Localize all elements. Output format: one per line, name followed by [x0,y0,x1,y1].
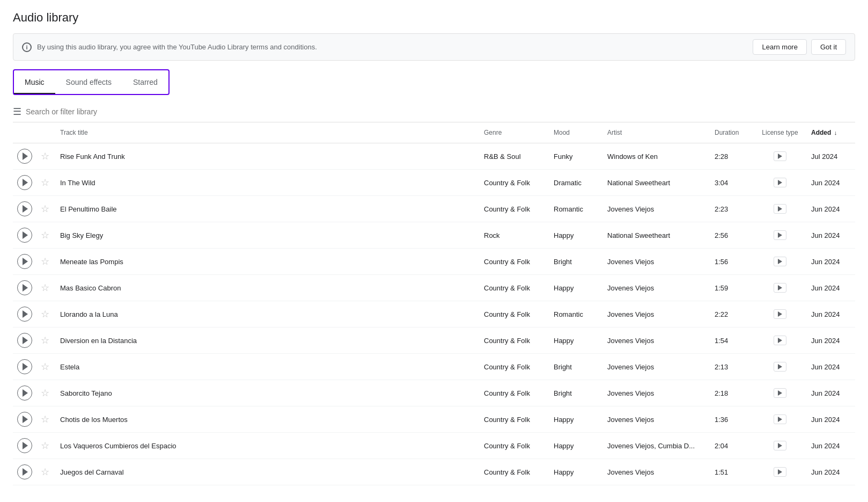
play-button[interactable] [17,412,32,427]
youtube-icon[interactable] [774,441,786,450]
track-duration: 2:22 [710,301,753,328]
youtube-icon[interactable] [774,204,786,214]
star-cell: ☆ [36,459,56,485]
youtube-icon[interactable] [774,257,786,266]
track-title: Juegos del Carnaval [56,459,480,485]
youtube-icon[interactable] [774,230,786,240]
table-row: ☆ Los Vaqueros Cumbieros del Espacio Cou… [13,433,855,459]
track-added: Jul 2024 [807,143,855,170]
track-artist: National Sweetheart [603,222,710,249]
col-header-genre: Genre [480,122,549,143]
play-button[interactable] [17,359,32,374]
play-button[interactable] [17,333,32,348]
star-button[interactable]: ☆ [41,308,49,320]
play-button[interactable] [17,385,32,401]
notice-actions: Learn more Got it [753,39,846,55]
star-button[interactable]: ☆ [41,150,49,162]
track-added: Jun 2024 [807,196,855,222]
track-license [753,275,807,301]
youtube-icon[interactable] [774,336,786,345]
star-button[interactable]: ☆ [41,413,49,425]
filter-icon[interactable]: ☰ [13,106,21,118]
track-table: Track title Genre Mood Artist Duration L… [13,122,855,485]
track-genre: Country & Folk [480,406,549,433]
tab-sound-effects[interactable]: Sound effects [55,70,122,94]
track-mood: Happy [549,275,603,301]
star-button[interactable]: ☆ [41,229,49,241]
track-license [753,328,807,354]
star-cell: ☆ [36,275,56,301]
yt-play-icon [778,417,782,422]
track-duration: 2:18 [710,380,753,406]
track-mood: Romantic [549,196,603,222]
yt-play-icon [778,311,782,317]
track-added: Jun 2024 [807,354,855,380]
learn-more-button[interactable]: Learn more [753,39,806,55]
track-artist: Jovenes Viejos [603,354,710,380]
track-artist: Jovenes Viejos, Cumbia D... [603,433,710,459]
track-mood: Funky [549,143,603,170]
play-cell [13,406,36,433]
page-container: Audio library i By using this audio libr… [0,0,868,496]
star-cell: ☆ [36,433,56,459]
play-button[interactable] [17,438,32,453]
yt-play-icon [778,338,782,343]
play-icon [23,152,28,160]
yt-play-icon [778,259,782,264]
youtube-icon[interactable] [774,362,786,372]
star-cell: ☆ [36,196,56,222]
search-input[interactable] [26,107,855,116]
tab-music[interactable]: Music [14,70,55,94]
star-button[interactable]: ☆ [41,256,49,267]
track-duration: 2:28 [710,143,753,170]
star-button[interactable]: ☆ [41,334,49,346]
track-artist: Jovenes Viejos [603,275,710,301]
col-header-play [13,122,36,143]
page-title: Audio library [13,11,855,25]
track-license [753,301,807,328]
star-cell: ☆ [36,222,56,249]
youtube-icon[interactable] [774,283,786,293]
tab-starred[interactable]: Starred [122,70,168,94]
col-header-added[interactable]: Added ↓ [807,122,855,143]
track-added: Jun 2024 [807,380,855,406]
track-mood: Bright [549,249,603,275]
play-button[interactable] [17,175,32,190]
got-it-button[interactable]: Got it [811,39,846,55]
info-icon: i [22,42,32,52]
star-button[interactable]: ☆ [41,387,49,399]
play-button[interactable] [17,254,32,269]
yt-play-icon [778,469,782,475]
track-license [753,380,807,406]
star-button[interactable]: ☆ [41,466,49,478]
star-button[interactable]: ☆ [41,361,49,373]
track-artist: Jovenes Viejos [603,196,710,222]
star-button[interactable]: ☆ [41,282,49,294]
youtube-icon[interactable] [774,388,786,398]
play-button[interactable] [17,280,32,295]
star-button[interactable]: ☆ [41,440,49,452]
youtube-icon[interactable] [774,151,786,161]
play-button[interactable] [17,149,32,164]
col-header-star [36,122,56,143]
table-row: ☆ In The Wild Country & Folk Dramatic Na… [13,170,855,196]
play-button[interactable] [17,201,32,216]
youtube-icon[interactable] [774,309,786,319]
youtube-icon[interactable] [774,178,786,187]
col-header-artist: Artist [603,122,710,143]
col-header-mood: Mood [549,122,603,143]
play-cell [13,328,36,354]
yt-play-icon [778,206,782,212]
youtube-icon[interactable] [774,414,786,424]
track-genre: Country & Folk [480,196,549,222]
star-button[interactable]: ☆ [41,177,49,188]
track-artist: Jovenes Viejos [603,459,710,485]
track-added: Jun 2024 [807,459,855,485]
star-button[interactable]: ☆ [41,203,49,215]
play-button[interactable] [17,464,32,479]
play-button[interactable] [17,307,32,322]
youtube-icon[interactable] [774,467,786,477]
play-button[interactable] [17,228,32,243]
play-cell [13,459,36,485]
table-row: ☆ Diversion en la Distancia Country & Fo… [13,328,855,354]
